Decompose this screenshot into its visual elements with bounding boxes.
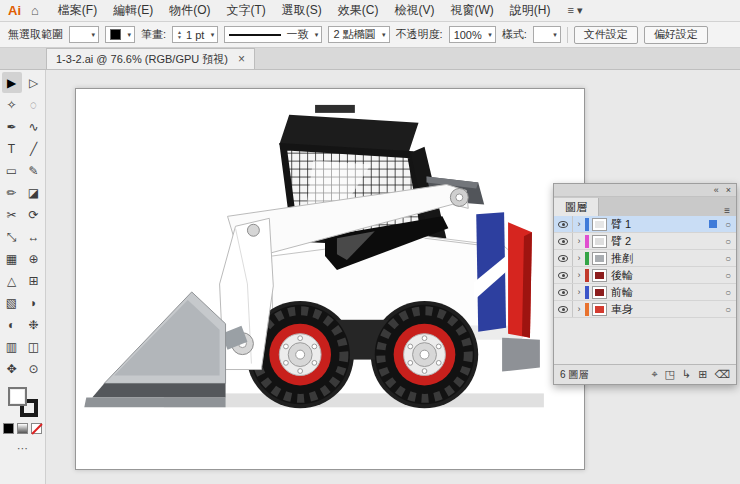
layer-thumbnail[interactable]	[592, 286, 607, 299]
pen-tool[interactable]: ✒	[2, 116, 22, 137]
workspace-menu-icon[interactable]: ≡ ▾	[568, 4, 583, 17]
layer-name[interactable]: 車身	[611, 302, 720, 317]
free-transform-tool[interactable]: ▦	[2, 248, 22, 269]
hand-tool[interactable]: ✥	[2, 358, 22, 379]
eraser-tool[interactable]: ◪	[24, 182, 44, 203]
gradient-mode-icon[interactable]	[17, 423, 28, 434]
target-circle-icon[interactable]: ○	[720, 270, 736, 281]
artboard-tool[interactable]: ◫	[24, 336, 44, 357]
stroke-color-dropdown[interactable]	[105, 26, 135, 43]
none-mode-icon[interactable]	[31, 423, 42, 434]
layers-panel-tab[interactable]: 圖層	[554, 198, 599, 216]
target-circle-icon[interactable]: ○	[720, 287, 736, 298]
layer-thumbnail[interactable]	[592, 218, 607, 231]
graph-tool[interactable]: ▥	[2, 336, 22, 357]
style-dropdown[interactable]	[533, 26, 561, 43]
blend-tool[interactable]: ◐	[2, 314, 22, 335]
menu-view[interactable]: 檢視(V)	[388, 2, 442, 19]
type-tool[interactable]: T	[2, 138, 22, 159]
layer-row-front-wheel[interactable]: › 前輪 ○	[554, 284, 736, 301]
scale-tool[interactable]: ⤡	[2, 226, 22, 247]
layer-row-body[interactable]: › 車身 ○	[554, 301, 736, 318]
home-icon[interactable]: ⌂	[31, 3, 39, 18]
zoom-tool[interactable]: ⊙	[24, 358, 44, 379]
visibility-toggle[interactable]	[554, 233, 573, 249]
layer-row-rear-wheel[interactable]: › 後輪 ○	[554, 267, 736, 284]
selection-tool[interactable]: ▶	[2, 72, 22, 93]
layer-row-bucket[interactable]: › 推剷 ○	[554, 250, 736, 267]
visibility-toggle[interactable]	[554, 250, 573, 266]
edit-toolbar-icon[interactable]: ⋯	[17, 442, 28, 455]
expand-chevron-icon[interactable]: ›	[573, 270, 585, 280]
make-clipping-mask-icon[interactable]: ◳	[665, 368, 675, 381]
layer-thumbnail[interactable]	[592, 303, 607, 316]
width-profile-dropdown[interactable]: 一致	[224, 26, 322, 43]
shape-builder-tool[interactable]: ⊕	[24, 248, 44, 269]
menu-effect[interactable]: 效果(C)	[331, 2, 386, 19]
layer-name[interactable]: 推剷	[611, 251, 720, 266]
rectangle-tool[interactable]: ▭	[2, 160, 22, 181]
close-tab-icon[interactable]: ×	[238, 52, 245, 66]
visibility-toggle[interactable]	[554, 267, 573, 283]
app-logo-icon[interactable]: Ai	[8, 3, 21, 18]
curvature-tool[interactable]: ∿	[24, 116, 44, 137]
expand-chevron-icon[interactable]: ›	[573, 304, 585, 314]
lasso-tool[interactable]: ◌	[24, 94, 44, 115]
visibility-toggle[interactable]	[554, 284, 573, 300]
gradient-tool[interactable]: ▧	[2, 292, 22, 313]
locate-object-icon[interactable]: ⌖	[651, 368, 657, 381]
layer-name[interactable]: 後輪	[611, 268, 720, 283]
expand-chevron-icon[interactable]: ›	[573, 236, 585, 246]
brush-definition-dropdown[interactable]: 2 點橢圓	[328, 26, 389, 43]
new-sublayer-icon[interactable]: ↳	[682, 368, 691, 381]
visibility-toggle[interactable]	[554, 301, 573, 317]
menu-window[interactable]: 視窗(W)	[444, 2, 501, 19]
opacity-dropdown[interactable]: 100%	[449, 26, 496, 43]
menu-help[interactable]: 說明(H)	[503, 2, 558, 19]
layer-thumbnail[interactable]	[592, 269, 607, 282]
layer-row-arm2[interactable]: › 臂 2 ○	[554, 233, 736, 250]
stepper-down-icon[interactable]: ▼	[177, 35, 182, 40]
stroke-weight-dropdown[interactable]: ▲ ▼ 1 pt	[172, 26, 218, 43]
width-tool[interactable]: ↔	[24, 226, 44, 247]
menu-select[interactable]: 選取(S)	[275, 2, 329, 19]
rotate-tool[interactable]: ⟳	[24, 204, 44, 225]
fill-swatch[interactable]	[8, 387, 27, 406]
target-circle-icon[interactable]: ○	[720, 219, 736, 230]
fill-stroke-widget[interactable]	[8, 387, 38, 417]
collapse-panel-icon[interactable]: «	[714, 185, 719, 195]
target-circle-icon[interactable]: ○	[720, 236, 736, 247]
scissors-tool[interactable]: ✂	[2, 204, 22, 225]
artboard[interactable]	[75, 88, 585, 470]
delete-layer-icon[interactable]: ⌫	[714, 368, 730, 381]
color-mode-icon[interactable]	[3, 423, 14, 434]
line-segment-tool[interactable]: ╱	[24, 138, 44, 159]
target-circle-icon[interactable]: ○	[720, 304, 736, 315]
paintbrush-tool[interactable]: ✎	[24, 160, 44, 181]
layer-thumbnail[interactable]	[592, 252, 607, 265]
layer-thumbnail[interactable]	[592, 235, 607, 248]
layer-row-arm1[interactable]: › 臂 1 ○	[554, 216, 736, 233]
eyedropper-tool[interactable]: ◗	[24, 292, 44, 313]
mesh-tool[interactable]: ⊞	[24, 270, 44, 291]
menu-type[interactable]: 文字(T)	[220, 2, 273, 19]
expand-chevron-icon[interactable]: ›	[573, 253, 585, 263]
fill-color-dropdown[interactable]	[69, 26, 99, 43]
menu-file[interactable]: 檔案(F)	[51, 2, 104, 19]
symbol-sprayer-tool[interactable]: ❉	[24, 314, 44, 335]
pencil-tool[interactable]: ✏	[2, 182, 22, 203]
direct-selection-tool[interactable]: ▷	[24, 72, 44, 93]
target-circle-icon[interactable]: ○	[720, 253, 736, 264]
stroke-weight-stepper[interactable]: ▲ ▼	[177, 30, 182, 40]
close-panel-icon[interactable]: ×	[726, 185, 731, 195]
canvas-area[interactable]: « × 圖層 ≡ › 臂 1 ○	[46, 70, 740, 484]
perspective-grid-tool[interactable]: △	[2, 270, 22, 291]
menu-object[interactable]: 物件(O)	[162, 2, 217, 19]
document-tab[interactable]: 1-3-2.ai @ 76.6% (RGB/GPU 預視) ×	[46, 48, 255, 69]
panel-menu-icon[interactable]: ≡	[724, 205, 736, 216]
layer-name[interactable]: 臂 2	[611, 234, 720, 249]
menu-edit[interactable]: 編輯(E)	[106, 2, 160, 19]
layer-name[interactable]: 臂 1	[611, 217, 709, 232]
expand-chevron-icon[interactable]: ›	[573, 219, 585, 229]
new-layer-icon[interactable]: ⊞	[698, 368, 707, 381]
